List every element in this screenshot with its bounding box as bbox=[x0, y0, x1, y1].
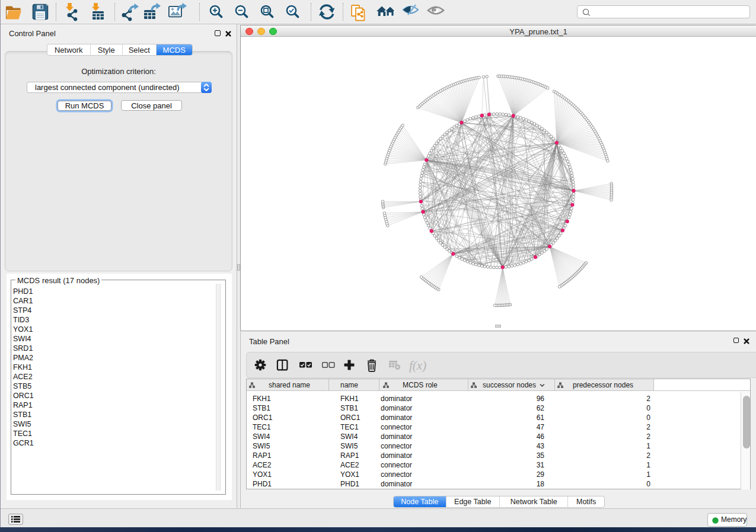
svg-text:shared name: shared name bbox=[269, 381, 310, 389]
svg-text:successor nodes: successor nodes bbox=[483, 381, 536, 389]
svg-text:f(x): f(x) bbox=[409, 358, 426, 373]
svg-text:MCDS role: MCDS role bbox=[403, 381, 438, 389]
svg-text:predecessor nodes: predecessor nodes bbox=[573, 381, 633, 389]
svg-text:name: name bbox=[340, 381, 358, 389]
